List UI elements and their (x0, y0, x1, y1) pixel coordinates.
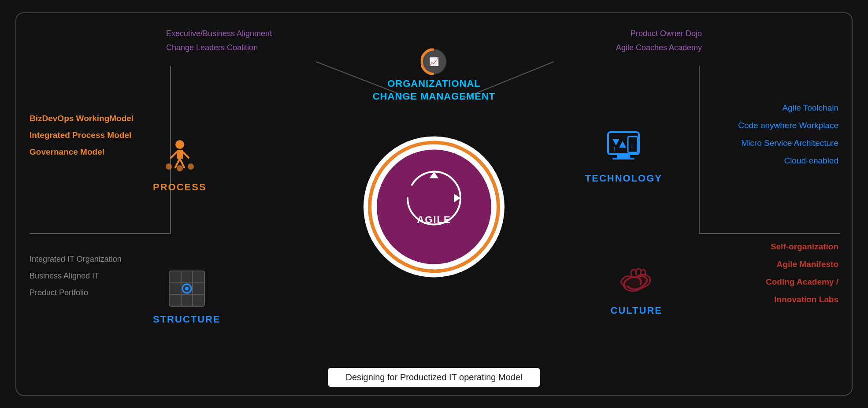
svg-text:↑: ↑ (612, 145, 616, 152)
svg-point-32 (185, 287, 189, 290)
structure-section: STRUCTURE (153, 269, 221, 325)
culture-title: CULTURE (611, 305, 662, 316)
technology-icon: ↑ ↓ (604, 128, 643, 169)
technology-right-labels: Agile Toolchain Code anywhere Workplace … (738, 99, 838, 170)
innovation-labs-label: Innovation Labs (766, 291, 838, 308)
cloud-enabled-label: Cloud-enabled (738, 152, 838, 170)
process-title: PROCESS (153, 182, 207, 193)
coding-academy-label: Coding Academy / (766, 273, 838, 291)
product-portfolio-label: Product Portfolio (30, 285, 122, 301)
integrated-it-label: Integrated IT Organization (30, 251, 122, 268)
structure-left-labels: Integrated IT Organization Business Alig… (30, 251, 122, 301)
product-owner-label: Product Owner Dojo (616, 26, 702, 41)
svg-rect-20 (612, 158, 634, 159)
ocm-title: ORGANIZATIONAL CHANGE MANAGEMENT (373, 78, 496, 103)
agile-toolchain-label: Agile Toolchain (738, 99, 838, 117)
culture-icon (616, 260, 656, 301)
change-leaders-label: Change Leaders Coalition (166, 41, 272, 55)
diagram-container: Executive/Business Alignment Change Lead… (15, 12, 853, 396)
process-left-labels: BizDevOps WorkingModel Integrated Proces… (30, 110, 134, 160)
svg-point-15 (166, 163, 172, 170)
ocm-section: 📈 ORGANIZATIONAL CHANGE MANAGEMENT (373, 48, 496, 103)
svg-rect-10 (177, 150, 183, 159)
process-icon (160, 137, 200, 178)
svg-marker-22 (619, 141, 626, 148)
svg-line-12 (183, 152, 189, 158)
technology-section: ↑ ↓ TECHNOLOGY (585, 128, 662, 184)
code-anywhere-label: Code anywhere Workplace (738, 117, 838, 134)
top-left-labels: Executive/Business Alignment Change Lead… (166, 26, 272, 55)
governance-model-label: Governance Model (30, 144, 134, 160)
svg-point-16 (177, 165, 183, 171)
svg-text:↓: ↓ (630, 141, 634, 149)
orange-ring: AGILE (368, 141, 500, 273)
culture-right-labels: Self-organization Agile Manifesto Coding… (766, 238, 838, 308)
culture-section: CULTURE (611, 260, 662, 316)
bottom-label: Designing for Productized IT operating M… (328, 368, 540, 387)
biz-dev-ops-label: BizDevOps WorkingModel (30, 110, 134, 127)
ocm-icon: 📈 (421, 48, 447, 75)
svg-point-9 (175, 140, 184, 149)
process-section: PROCESS (153, 137, 207, 193)
svg-rect-19 (617, 154, 630, 158)
exec-business-label: Executive/Business Alignment (166, 26, 272, 41)
micro-service-label: Micro Service Architecture (738, 134, 838, 152)
self-org-label: Self-organization (766, 238, 838, 256)
svg-text:📈: 📈 (429, 57, 439, 67)
technology-title: TECHNOLOGY (585, 173, 662, 184)
top-right-labels: Product Owner Dojo Agile Coaches Academy (616, 26, 702, 55)
outer-ring: AGILE (364, 136, 504, 277)
inner-circle: AGILE (377, 149, 491, 264)
structure-icon (167, 269, 207, 310)
integrated-process-label: Integrated Process Model (30, 127, 134, 144)
structure-title: STRUCTURE (153, 314, 221, 325)
agile-center: AGILE (364, 136, 504, 277)
svg-point-17 (188, 163, 194, 170)
agile-coaches-label: Agile Coaches Academy (616, 41, 702, 55)
arrow-circle (399, 163, 469, 235)
business-aligned-label: Business Aligned IT (30, 268, 122, 285)
svg-line-11 (171, 152, 177, 158)
agile-manifesto-label: Agile Manifesto (766, 256, 838, 273)
